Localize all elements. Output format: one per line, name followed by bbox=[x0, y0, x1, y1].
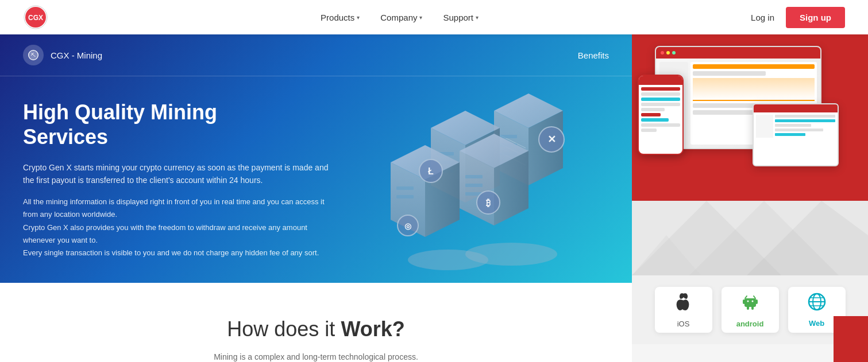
tablet-bar-5 bbox=[775, 133, 805, 136]
hero-section: ⛏ CGX - Mining Benefits High Quality Min… bbox=[0, 34, 632, 283]
svg-point-32 bbox=[408, 250, 488, 270]
web-icon bbox=[807, 292, 827, 316]
page-wrapper: ⛏ CGX - Mining Benefits High Quality Min… bbox=[0, 34, 868, 362]
screen-bar-2 bbox=[693, 71, 766, 76]
hero-desc-2: All the mining information is displayed … bbox=[23, 196, 333, 259]
breadcrumb-text: CGX - Mining bbox=[51, 50, 102, 60]
svg-rect-11 bbox=[500, 135, 517, 138]
breadcrumb-icon: ⛏ bbox=[23, 45, 44, 65]
web-label: Web bbox=[809, 319, 824, 328]
svg-line-58 bbox=[745, 296, 747, 298]
nav-links: Products ▾ Company ▾ Support ▾ bbox=[321, 13, 479, 22]
svg-rect-29 bbox=[396, 186, 414, 190]
android-app-card[interactable]: android bbox=[722, 287, 779, 333]
support-chevron: ▾ bbox=[476, 14, 479, 21]
tablet-bar-4 bbox=[775, 129, 823, 131]
products-label: Products bbox=[321, 13, 354, 22]
phone-bar-8 bbox=[641, 123, 680, 127]
logo-icon: CGX bbox=[23, 5, 48, 30]
dot-red bbox=[661, 51, 664, 55]
hero-title: High Quality Mining Services bbox=[23, 100, 333, 149]
signup-button[interactable]: Sign up bbox=[786, 7, 845, 28]
svg-point-56 bbox=[747, 301, 749, 302]
svg-rect-23 bbox=[465, 175, 483, 178]
phone-bar-2 bbox=[641, 92, 680, 96]
app-store-section: iOS android bbox=[632, 275, 868, 344]
svg-text:⛏: ⛏ bbox=[31, 52, 36, 58]
tablet-bar-3 bbox=[775, 124, 811, 127]
svg-text:₿: ₿ bbox=[486, 198, 491, 208]
support-label: Support bbox=[443, 13, 473, 22]
svg-rect-24 bbox=[465, 184, 483, 187]
phone-bar-7 bbox=[641, 118, 669, 122]
device-tablet bbox=[753, 103, 839, 166]
nav-actions: Log in Sign up bbox=[751, 7, 845, 28]
geo-shapes bbox=[632, 201, 868, 275]
screen-chart bbox=[693, 78, 815, 101]
device-container bbox=[638, 46, 839, 184]
login-button[interactable]: Log in bbox=[751, 13, 774, 22]
svg-rect-52 bbox=[743, 299, 745, 304]
red-accent-bar bbox=[834, 316, 868, 362]
navbar: CGX Products ▾ Company ▾ Support ▾ Log i… bbox=[0, 0, 868, 34]
benefits-link[interactable]: Benefits bbox=[578, 50, 609, 60]
phone-header bbox=[639, 76, 682, 85]
left-content: ⛏ CGX - Mining Benefits High Quality Min… bbox=[0, 34, 632, 362]
phone-bar-9 bbox=[641, 129, 657, 132]
svg-point-57 bbox=[751, 301, 753, 302]
phone-bar-6 bbox=[641, 113, 661, 116]
hero-mining-illustration: ✕ Ł ₿ ◎ bbox=[333, 88, 632, 283]
svg-rect-51 bbox=[744, 298, 756, 307]
svg-rect-30 bbox=[396, 195, 414, 198]
products-chevron: ▾ bbox=[357, 14, 360, 21]
tablet-header bbox=[754, 104, 838, 112]
company-chevron: ▾ bbox=[419, 14, 422, 21]
breadcrumb-left: ⛏ CGX - Mining bbox=[23, 45, 102, 65]
tablet-bar-1 bbox=[775, 115, 835, 118]
svg-rect-55 bbox=[751, 306, 754, 310]
phone-bar-4 bbox=[641, 103, 680, 106]
nav-item-products[interactable]: Products ▾ bbox=[321, 13, 360, 22]
tablet-main bbox=[775, 115, 835, 138]
phone-body bbox=[639, 85, 682, 136]
svg-text:CGX: CGX bbox=[28, 14, 43, 22]
dot-yellow bbox=[666, 51, 670, 55]
svg-text:◎: ◎ bbox=[404, 221, 412, 231]
dot-green bbox=[672, 51, 676, 55]
screen-bar-1 bbox=[693, 64, 815, 69]
svg-line-59 bbox=[754, 296, 755, 298]
android-icon bbox=[742, 291, 759, 316]
tablet-body bbox=[754, 112, 838, 140]
support-link[interactable]: Support ▾ bbox=[443, 13, 479, 22]
dashboard-mockup bbox=[638, 46, 856, 184]
phone-bar-5 bbox=[641, 108, 665, 111]
products-link[interactable]: Products ▾ bbox=[321, 13, 360, 22]
ios-icon bbox=[674, 291, 693, 316]
ios-label: iOS bbox=[677, 320, 690, 328]
phone-bar-3 bbox=[641, 98, 680, 101]
svg-text:✕: ✕ bbox=[547, 134, 556, 145]
company-link[interactable]: Company ▾ bbox=[380, 13, 422, 22]
how-title: How does it Work? bbox=[23, 317, 609, 341]
phone-bar-1 bbox=[641, 87, 680, 91]
hero-content: High Quality Mining Services Crypto Gen … bbox=[0, 76, 632, 283]
nav-item-company[interactable]: Company ▾ bbox=[380, 13, 422, 22]
how-section: How does it Work? Mining is a complex an… bbox=[0, 283, 632, 362]
logo[interactable]: CGX bbox=[23, 5, 48, 30]
tablet-sidebar bbox=[756, 115, 773, 138]
screen-header bbox=[656, 47, 820, 59]
android-label: android bbox=[736, 320, 764, 328]
right-panel-mid bbox=[632, 201, 868, 275]
svg-rect-53 bbox=[755, 299, 758, 304]
device-phone bbox=[638, 75, 684, 155]
hero-breadcrumb: ⛏ CGX - Mining Benefits bbox=[0, 34, 632, 76]
hero-desc-1: Crypto Gen X starts mining your crypto c… bbox=[23, 161, 333, 187]
ios-app-card[interactable]: iOS bbox=[655, 287, 712, 333]
hero-text: High Quality Mining Services Crypto Gen … bbox=[23, 100, 333, 259]
right-panel: iOS android bbox=[632, 34, 868, 362]
svg-text:Ł: Ł bbox=[428, 166, 434, 176]
svg-rect-54 bbox=[747, 306, 749, 310]
company-label: Company bbox=[380, 13, 417, 22]
how-subtitle-1: Mining is a complex and long-term techno… bbox=[23, 351, 609, 362]
nav-item-support[interactable]: Support ▾ bbox=[443, 13, 479, 22]
